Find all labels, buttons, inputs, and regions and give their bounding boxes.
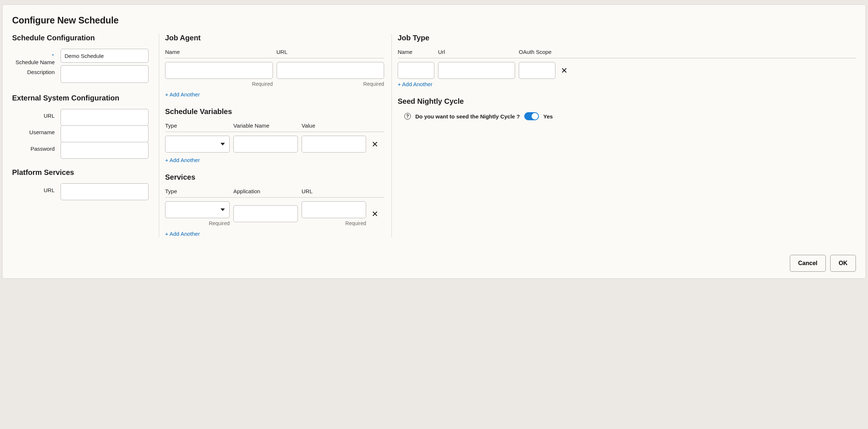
sv-varname-input[interactable] [233,136,298,153]
ps-url-input[interactable] [61,183,149,200]
sv-col-varname: Variable Name [233,122,298,129]
job-type-heading: Job Type [398,34,856,42]
svc-url-input[interactable] [302,201,366,218]
platform-services-heading: Platform Services [12,168,152,177]
middle-column: Job Agent Name URL Required Required + A… [159,34,384,237]
sv-col-type: Type [165,122,230,129]
description-label: Description [12,65,61,76]
schedule-config-heading: Schedule Configuration [12,34,152,42]
ext-password-input[interactable] [61,142,149,159]
svc-type-required: Required [165,220,230,226]
sv-remove-button[interactable] [370,139,380,149]
jt-scope-input[interactable] [519,62,555,79]
ext-url-input[interactable] [61,109,149,126]
svc-col-app: Application [233,188,298,194]
ext-url-label: URL [12,109,61,119]
sv-add-another[interactable]: + Add Another [165,157,200,163]
schedule-name-label: * Schedule Name [12,49,61,66]
ja-name-input[interactable] [165,62,273,79]
seed-question: Do you want to seed the Nightly Cycle ? [415,113,520,120]
ext-username-label: Username [12,125,61,136]
jt-name-input[interactable] [398,62,434,79]
svc-url-required: Required [302,220,366,226]
jt-remove-button[interactable] [559,65,569,76]
ja-url-input[interactable] [277,62,384,79]
seed-toggle[interactable] [524,112,539,120]
sv-col-value: Value [302,122,366,129]
jt-col-scope: OAuth Scope [519,49,555,55]
ja-url-required: Required [277,81,384,87]
required-marker: * [52,52,54,59]
ext-password-label: Password [12,142,61,152]
ja-col-name: Name [165,49,273,55]
close-icon [372,142,378,147]
schedule-variables-heading: Schedule Variables [165,107,384,116]
page-title: Configure New Schedule [12,15,856,26]
svc-type-select[interactable] [165,201,230,218]
close-icon [562,68,567,73]
schedule-name-input[interactable] [61,49,149,63]
ext-username-input[interactable] [61,125,149,142]
ok-button[interactable]: OK [830,255,856,272]
sv-value-input[interactable] [302,136,366,153]
ps-url-label: URL [12,183,61,194]
ja-name-required: Required [165,81,273,87]
configure-schedule-dialog: Configure New Schedule Schedule Configur… [2,4,866,279]
svc-app-input[interactable] [233,205,298,222]
job-agent-heading: Job Agent [165,34,384,42]
ja-add-another[interactable]: + Add Another [165,91,200,98]
ja-col-url: URL [277,49,384,55]
svc-remove-button[interactable] [370,209,380,219]
right-column: Job Type Name Url OAuth Scope + Add Anot… [391,34,856,237]
help-icon[interactable]: ? [404,113,411,120]
svc-col-url: URL [302,188,366,194]
external-system-heading: External System Configuration [12,94,152,102]
seed-toggle-value: Yes [543,113,553,120]
svc-add-another[interactable]: + Add Another [165,231,200,237]
description-input[interactable] [61,65,149,83]
sv-type-select[interactable] [165,136,230,153]
jt-col-name: Name [398,49,434,55]
close-icon [372,211,378,216]
left-column: Schedule Configuration * Schedule Name D… [12,34,152,237]
svc-col-type: Type [165,188,230,194]
jt-col-url: Url [438,49,515,55]
jt-url-input[interactable] [438,62,515,79]
jt-add-another[interactable]: + Add Another [398,81,433,87]
seed-heading: Seed Nightly Cycle [398,97,856,106]
services-heading: Services [165,173,384,182]
cancel-button[interactable]: Cancel [790,255,826,272]
